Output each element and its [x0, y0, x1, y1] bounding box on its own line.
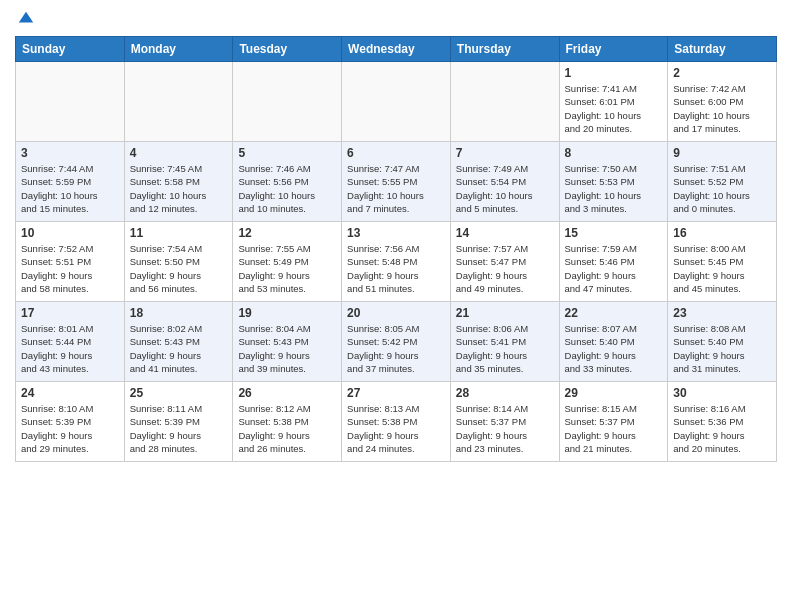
calendar-cell: 20Sunrise: 8:05 AM Sunset: 5:42 PM Dayli… [342, 302, 451, 382]
day-number: 16 [673, 226, 771, 240]
day-info: Sunrise: 8:06 AM Sunset: 5:41 PM Dayligh… [456, 322, 554, 375]
day-number: 6 [347, 146, 445, 160]
day-info: Sunrise: 7:42 AM Sunset: 6:00 PM Dayligh… [673, 82, 771, 135]
day-info: Sunrise: 7:54 AM Sunset: 5:50 PM Dayligh… [130, 242, 228, 295]
weekday-header-saturday: Saturday [668, 37, 777, 62]
calendar-week-3: 10Sunrise: 7:52 AM Sunset: 5:51 PM Dayli… [16, 222, 777, 302]
day-info: Sunrise: 7:55 AM Sunset: 5:49 PM Dayligh… [238, 242, 336, 295]
calendar-cell: 29Sunrise: 8:15 AM Sunset: 5:37 PM Dayli… [559, 382, 668, 462]
calendar-cell [450, 62, 559, 142]
svg-marker-0 [19, 12, 33, 23]
calendar-cell: 8Sunrise: 7:50 AM Sunset: 5:53 PM Daylig… [559, 142, 668, 222]
calendar-cell: 27Sunrise: 8:13 AM Sunset: 5:38 PM Dayli… [342, 382, 451, 462]
day-number: 4 [130, 146, 228, 160]
day-info: Sunrise: 8:05 AM Sunset: 5:42 PM Dayligh… [347, 322, 445, 375]
calendar-cell [233, 62, 342, 142]
calendar-week-4: 17Sunrise: 8:01 AM Sunset: 5:44 PM Dayli… [16, 302, 777, 382]
calendar-cell: 15Sunrise: 7:59 AM Sunset: 5:46 PM Dayli… [559, 222, 668, 302]
day-number: 17 [21, 306, 119, 320]
calendar-cell: 3Sunrise: 7:44 AM Sunset: 5:59 PM Daylig… [16, 142, 125, 222]
day-info: Sunrise: 8:04 AM Sunset: 5:43 PM Dayligh… [238, 322, 336, 375]
calendar-cell: 9Sunrise: 7:51 AM Sunset: 5:52 PM Daylig… [668, 142, 777, 222]
day-number: 29 [565, 386, 663, 400]
day-number: 10 [21, 226, 119, 240]
calendar-cell: 26Sunrise: 8:12 AM Sunset: 5:38 PM Dayli… [233, 382, 342, 462]
day-number: 19 [238, 306, 336, 320]
day-info: Sunrise: 8:13 AM Sunset: 5:38 PM Dayligh… [347, 402, 445, 455]
calendar-cell: 5Sunrise: 7:46 AM Sunset: 5:56 PM Daylig… [233, 142, 342, 222]
calendar-cell: 16Sunrise: 8:00 AM Sunset: 5:45 PM Dayli… [668, 222, 777, 302]
day-info: Sunrise: 8:11 AM Sunset: 5:39 PM Dayligh… [130, 402, 228, 455]
calendar-cell: 24Sunrise: 8:10 AM Sunset: 5:39 PM Dayli… [16, 382, 125, 462]
day-number: 14 [456, 226, 554, 240]
day-number: 18 [130, 306, 228, 320]
day-number: 26 [238, 386, 336, 400]
calendar-cell: 13Sunrise: 7:56 AM Sunset: 5:48 PM Dayli… [342, 222, 451, 302]
calendar-cell: 2Sunrise: 7:42 AM Sunset: 6:00 PM Daylig… [668, 62, 777, 142]
calendar-cell: 23Sunrise: 8:08 AM Sunset: 5:40 PM Dayli… [668, 302, 777, 382]
day-number: 15 [565, 226, 663, 240]
day-info: Sunrise: 8:08 AM Sunset: 5:40 PM Dayligh… [673, 322, 771, 375]
day-info: Sunrise: 8:10 AM Sunset: 5:39 PM Dayligh… [21, 402, 119, 455]
calendar-cell: 22Sunrise: 8:07 AM Sunset: 5:40 PM Dayli… [559, 302, 668, 382]
day-number: 20 [347, 306, 445, 320]
day-info: Sunrise: 7:47 AM Sunset: 5:55 PM Dayligh… [347, 162, 445, 215]
day-info: Sunrise: 7:52 AM Sunset: 5:51 PM Dayligh… [21, 242, 119, 295]
day-number: 27 [347, 386, 445, 400]
day-number: 7 [456, 146, 554, 160]
calendar-cell: 28Sunrise: 8:14 AM Sunset: 5:37 PM Dayli… [450, 382, 559, 462]
day-info: Sunrise: 8:14 AM Sunset: 5:37 PM Dayligh… [456, 402, 554, 455]
weekday-header-wednesday: Wednesday [342, 37, 451, 62]
header [15, 10, 777, 28]
day-number: 23 [673, 306, 771, 320]
day-number: 28 [456, 386, 554, 400]
day-info: Sunrise: 7:44 AM Sunset: 5:59 PM Dayligh… [21, 162, 119, 215]
day-info: Sunrise: 7:50 AM Sunset: 5:53 PM Dayligh… [565, 162, 663, 215]
day-info: Sunrise: 8:00 AM Sunset: 5:45 PM Dayligh… [673, 242, 771, 295]
day-info: Sunrise: 7:46 AM Sunset: 5:56 PM Dayligh… [238, 162, 336, 215]
weekday-header-monday: Monday [124, 37, 233, 62]
day-info: Sunrise: 7:56 AM Sunset: 5:48 PM Dayligh… [347, 242, 445, 295]
calendar-cell: 6Sunrise: 7:47 AM Sunset: 5:55 PM Daylig… [342, 142, 451, 222]
weekday-header-friday: Friday [559, 37, 668, 62]
calendar-week-5: 24Sunrise: 8:10 AM Sunset: 5:39 PM Dayli… [16, 382, 777, 462]
calendar-cell [342, 62, 451, 142]
day-number: 13 [347, 226, 445, 240]
weekday-header-thursday: Thursday [450, 37, 559, 62]
calendar-cell: 12Sunrise: 7:55 AM Sunset: 5:49 PM Dayli… [233, 222, 342, 302]
calendar-cell: 25Sunrise: 8:11 AM Sunset: 5:39 PM Dayli… [124, 382, 233, 462]
logo [15, 10, 35, 28]
logo-icon [17, 10, 35, 28]
day-info: Sunrise: 7:41 AM Sunset: 6:01 PM Dayligh… [565, 82, 663, 135]
day-info: Sunrise: 8:01 AM Sunset: 5:44 PM Dayligh… [21, 322, 119, 375]
day-info: Sunrise: 8:12 AM Sunset: 5:38 PM Dayligh… [238, 402, 336, 455]
calendar-cell [16, 62, 125, 142]
day-number: 2 [673, 66, 771, 80]
calendar-cell: 19Sunrise: 8:04 AM Sunset: 5:43 PM Dayli… [233, 302, 342, 382]
day-info: Sunrise: 7:45 AM Sunset: 5:58 PM Dayligh… [130, 162, 228, 215]
day-info: Sunrise: 7:51 AM Sunset: 5:52 PM Dayligh… [673, 162, 771, 215]
calendar-cell: 7Sunrise: 7:49 AM Sunset: 5:54 PM Daylig… [450, 142, 559, 222]
day-number: 9 [673, 146, 771, 160]
calendar-table: SundayMondayTuesdayWednesdayThursdayFrid… [15, 36, 777, 462]
calendar-cell: 21Sunrise: 8:06 AM Sunset: 5:41 PM Dayli… [450, 302, 559, 382]
weekday-header-sunday: Sunday [16, 37, 125, 62]
calendar-cell: 14Sunrise: 7:57 AM Sunset: 5:47 PM Dayli… [450, 222, 559, 302]
calendar-week-1: 1Sunrise: 7:41 AM Sunset: 6:01 PM Daylig… [16, 62, 777, 142]
calendar-cell [124, 62, 233, 142]
day-info: Sunrise: 7:59 AM Sunset: 5:46 PM Dayligh… [565, 242, 663, 295]
day-info: Sunrise: 7:49 AM Sunset: 5:54 PM Dayligh… [456, 162, 554, 215]
weekday-header-tuesday: Tuesday [233, 37, 342, 62]
day-info: Sunrise: 8:02 AM Sunset: 5:43 PM Dayligh… [130, 322, 228, 375]
calendar-cell: 17Sunrise: 8:01 AM Sunset: 5:44 PM Dayli… [16, 302, 125, 382]
day-info: Sunrise: 8:15 AM Sunset: 5:37 PM Dayligh… [565, 402, 663, 455]
day-number: 21 [456, 306, 554, 320]
day-number: 11 [130, 226, 228, 240]
day-info: Sunrise: 8:07 AM Sunset: 5:40 PM Dayligh… [565, 322, 663, 375]
calendar-cell: 1Sunrise: 7:41 AM Sunset: 6:01 PM Daylig… [559, 62, 668, 142]
day-number: 22 [565, 306, 663, 320]
calendar-cell: 4Sunrise: 7:45 AM Sunset: 5:58 PM Daylig… [124, 142, 233, 222]
day-number: 12 [238, 226, 336, 240]
day-number: 1 [565, 66, 663, 80]
day-number: 30 [673, 386, 771, 400]
